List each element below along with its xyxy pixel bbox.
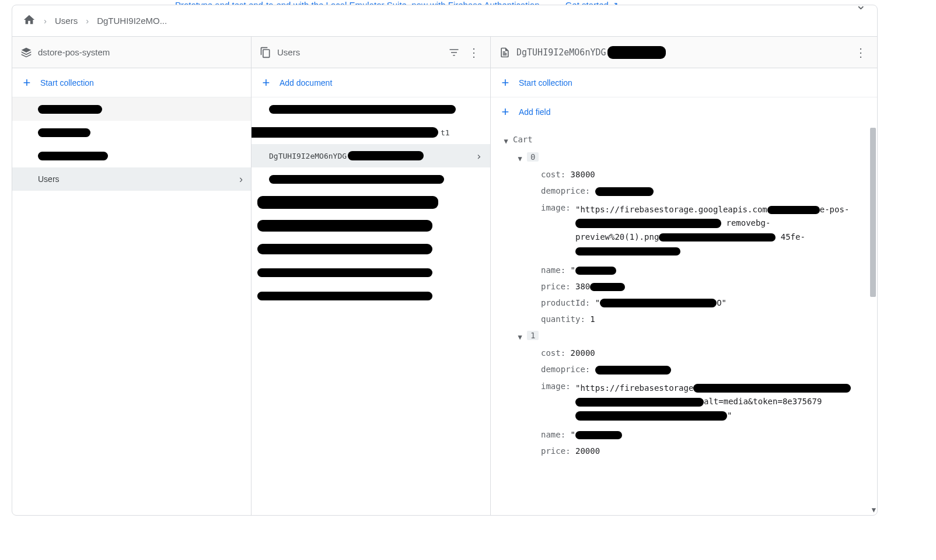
document-row[interactable]: t1 (252, 121, 490, 144)
document-detail-header: DgTUHI9I2eMO6nYDG ⋮ (491, 37, 877, 68)
banner-chevron-down-icon[interactable]: ⌄ (855, 0, 866, 5)
scrollbar[interactable]: ▼ (869, 127, 877, 515)
field-productid[interactable]: productId: "O" (499, 295, 877, 312)
document-detail-panel: DgTUHI9I2eMO6nYDG ⋮ + Start collection +… (491, 37, 877, 515)
documents-list: t1 DgTUHI9I2eMO6nYDG › (252, 97, 490, 515)
chevron-right-icon: › (476, 150, 482, 162)
collections-list: Users › (12, 97, 251, 515)
emulator-banner: Prototype and test end-to-end with the L… (12, 0, 878, 5)
breadcrumb-separator: › (44, 16, 47, 26)
database-title: dstore-pos-system (38, 47, 243, 57)
chevron-right-icon: › (239, 173, 243, 186)
database-icon (20, 47, 32, 58)
collection-row[interactable] (12, 144, 251, 167)
banner-text: Prototype and test end-to-end with the L… (175, 0, 540, 5)
documents-panel: Users ⋮ + Add document t1 DgTUHI9I2eMO6n… (252, 37, 491, 515)
panels: dstore-pos-system + Start collection Use… (12, 37, 877, 515)
add-document-label: Add document (280, 78, 332, 88)
start-subcollection-label: Start collection (519, 78, 572, 88)
breadcrumb-users[interactable]: Users (55, 16, 78, 26)
document-row[interactable] (252, 214, 490, 237)
field-demoprice[interactable]: demoprice: (499, 361, 877, 378)
documents-icon (260, 47, 271, 58)
field-name[interactable]: name: " (499, 262, 877, 278)
field-image[interactable]: image: "https://firebasestorage.googleap… (499, 200, 877, 262)
document-id: DgTUHI9I2eMO6nYDG (269, 152, 347, 160)
caret-down-icon[interactable]: ▼ (513, 331, 527, 341)
collection-label: Users (38, 174, 60, 184)
plus-icon: + (20, 76, 33, 89)
collection-row[interactable] (12, 97, 251, 121)
breadcrumb-separator: › (86, 16, 89, 26)
field-image[interactable]: image: "https://firebasestorage alt=medi… (499, 378, 877, 426)
documents-panel-header: Users ⋮ (252, 37, 490, 68)
banner-cta-link[interactable]: Get started ↗ (565, 0, 619, 5)
document-row[interactable] (252, 237, 490, 261)
scrollbar-thumb[interactable] (870, 128, 876, 297)
field-price[interactable]: price: 380 (499, 278, 877, 295)
plus-icon: + (260, 76, 273, 89)
document-row-selected[interactable]: DgTUHI9I2eMO6nYDG › (252, 144, 490, 167)
documents-menu-icon[interactable]: ⋮ (466, 46, 482, 60)
caret-down-icon[interactable]: ▼ (513, 152, 527, 163)
field-quantity[interactable]: quantity: 1 (499, 311, 877, 327)
field-demoprice[interactable]: demoprice: (499, 183, 877, 200)
breadcrumb-doc[interactable]: DgTUHI9I2eMO... (97, 16, 167, 26)
collection-row-users[interactable]: Users › (12, 167, 251, 191)
fields-list: ▼ ▼ Cart ▼ 0 cost: 38000 (491, 127, 877, 515)
field-price[interactable]: price: 20000 (499, 443, 877, 459)
field-cart[interactable]: ▼ Cart (499, 131, 877, 149)
collections-panel-header: dstore-pos-system (12, 37, 251, 68)
collection-row[interactable] (12, 121, 251, 144)
document-row[interactable] (252, 97, 490, 121)
document-menu-icon[interactable]: ⋮ (853, 46, 869, 60)
filter-icon[interactable] (448, 47, 460, 58)
add-document-button[interactable]: + Add document (252, 68, 490, 97)
document-detail-title: DgTUHI9I2eMO6nYDG (516, 46, 847, 59)
caret-down-icon[interactable]: ▼ (499, 135, 513, 145)
plus-icon: + (499, 106, 512, 118)
start-collection-label: Start collection (40, 78, 94, 88)
document-row[interactable] (252, 261, 490, 284)
document-icon (499, 47, 511, 58)
add-field-label: Add field (519, 107, 550, 117)
field-array-index-1[interactable]: ▼ 1 (499, 327, 877, 345)
start-collection-button[interactable]: + Start collection (12, 68, 251, 97)
field-array-index-0[interactable]: ▼ 0 (499, 149, 877, 166)
field-cost[interactable]: cost: 38000 (499, 166, 877, 183)
plus-icon: + (499, 76, 512, 89)
breadcrumb: › Users › DgTUHI9I2eMO... (12, 5, 877, 37)
field-cost[interactable]: cost: 20000 (499, 345, 877, 361)
firestore-card: › Users › DgTUHI9I2eMO... dstore-pos-sys… (12, 5, 878, 516)
home-icon[interactable] (23, 13, 36, 28)
array-index: 0 (527, 152, 539, 162)
documents-title: Users (277, 47, 442, 57)
array-index: 1 (527, 331, 539, 340)
document-row[interactable] (252, 284, 490, 307)
start-subcollection-button[interactable]: + Start collection (491, 68, 877, 97)
scrollbar-down-arrow[interactable]: ▼ (872, 506, 876, 514)
add-field-button[interactable]: + Add field (491, 97, 877, 127)
document-row[interactable] (252, 191, 490, 214)
document-row[interactable] (252, 167, 490, 191)
collections-panel: dstore-pos-system + Start collection Use… (12, 37, 252, 515)
field-name[interactable]: name: " (499, 426, 877, 443)
